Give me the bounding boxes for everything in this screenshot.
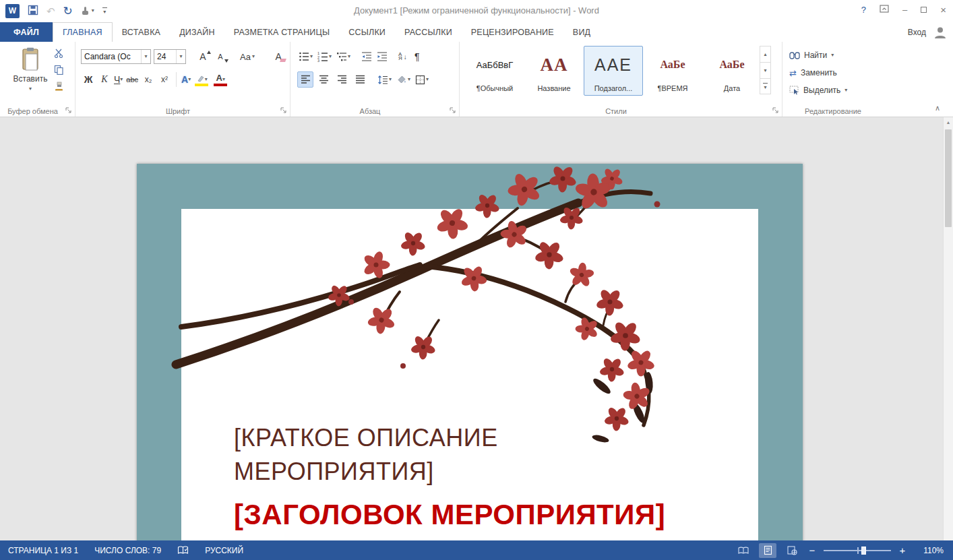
tab-rassylki[interactable]: РАССЫЛКИ — [395, 22, 462, 42]
justify-button[interactable] — [352, 71, 368, 88]
strikethrough-button[interactable]: abc — [125, 71, 140, 88]
qat-customize-caret-icon: ▾ — [103, 9, 106, 15]
event-title-placeholder[interactable]: [ЗАГОЛОВОК МЕРОПРИЯТИЯ] — [234, 499, 564, 531]
underline-button[interactable]: Ч ▾ — [113, 71, 123, 88]
redo-button[interactable]: ↻ — [63, 5, 73, 17]
cut-button[interactable] — [54, 49, 64, 60]
touch-mode-caret-icon: ▾ — [92, 8, 94, 13]
help-button[interactable]: ? — [861, 5, 866, 15]
word-logo-icon[interactable]: W — [5, 4, 20, 18]
copy-button[interactable] — [54, 65, 64, 77]
styles-dialog-launcher[interactable] — [772, 106, 780, 115]
avatar-icon[interactable] — [933, 25, 948, 40]
styles-scroll-up-button[interactable]: ▴ — [760, 46, 771, 62]
zoom-slider-thumb[interactable] — [861, 547, 866, 555]
tab-recenzirovanie[interactable]: РЕЦЕНЗИРОВАНИЕ — [462, 22, 563, 42]
maximize-button[interactable] — [921, 5, 927, 15]
font-name-combobox[interactable]: Candara (Ос ▾ — [81, 49, 151, 64]
style-time[interactable]: АаБе ¶ВРЕМЯ — [643, 46, 702, 96]
grow-font-button[interactable]: А — [195, 49, 210, 65]
document-text-block[interactable]: [КРАТКОЕ ОПИСАНИЕ МЕРОПРИЯТИЯ] [ЗАГОЛОВО… — [234, 421, 564, 540]
scroll-up-arrow-icon[interactable]: ▲ — [944, 117, 953, 127]
font-size-caret-icon[interactable]: ▾ — [176, 50, 185, 63]
sign-in-link[interactable]: Вход — [908, 28, 926, 37]
web-layout-button[interactable] — [783, 543, 801, 558]
superscript-button[interactable]: x² — [157, 71, 172, 88]
print-layout-button[interactable] — [759, 543, 776, 558]
scrollbar-thumb[interactable] — [945, 129, 952, 227]
clipboard-dialog-launcher[interactable] — [65, 106, 73, 115]
show-marks-button[interactable]: ¶ — [410, 49, 424, 65]
font-color-bar — [214, 84, 227, 86]
tab-razmetka[interactable]: РАЗМЕТКА СТРАНИЦЫ — [224, 22, 340, 42]
style-normal[interactable]: АаБбВвГ ¶Обычный — [465, 46, 524, 96]
multilevel-list-button[interactable]: ▾ — [335, 49, 352, 65]
subscript-button[interactable]: x₂ — [141, 71, 156, 88]
tab-glavnaya[interactable]: ГЛАВНАЯ — [53, 22, 113, 42]
qat-customize-button[interactable]: ▾ — [102, 7, 107, 15]
font-name-caret-icon[interactable]: ▾ — [141, 50, 150, 63]
style-date[interactable]: АаБе Дата — [702, 46, 762, 96]
read-mode-button[interactable] — [735, 543, 752, 558]
tab-vid[interactable]: ВИД — [563, 22, 600, 42]
change-case-button[interactable]: Аа ▾ — [239, 49, 256, 65]
zoom-in-button[interactable]: + — [898, 545, 907, 556]
document-area[interactable]: [КРАТКОЕ ОПИСАНИЕ МЕРОПРИЯТИЯ] [ЗАГОЛОВО… — [0, 117, 953, 540]
event-description-placeholder[interactable]: [КРАТКОЕ ОПИСАНИЕ МЕРОПРИЯТИЯ] — [234, 421, 564, 489]
find-button[interactable]: Найти ▾ — [789, 47, 834, 63]
touch-mode-button[interactable]: ▾ — [81, 6, 94, 15]
close-button[interactable]: × — [940, 4, 946, 15]
zoom-out-button[interactable]: − — [807, 545, 817, 556]
styles-scroll-down-button[interactable]: ▾ — [760, 62, 771, 78]
font-size-combobox[interactable]: 24 ▾ — [154, 49, 186, 64]
tab-ssylki[interactable]: ССЫЛКИ — [339, 22, 395, 42]
bold-button[interactable]: Ж — [81, 71, 96, 88]
shading-button[interactable]: ▾ — [395, 71, 412, 88]
shading-caret-icon: ▾ — [408, 77, 410, 82]
align-center-button[interactable] — [315, 71, 332, 88]
minimize-button[interactable]: – — [902, 5, 907, 15]
clear-formatting-button[interactable]: А — [271, 49, 286, 65]
styles-more-button[interactable]: ▾ — [760, 78, 771, 94]
tab-dizayn[interactable]: ДИЗАЙН — [170, 22, 224, 42]
align-right-button[interactable] — [334, 71, 350, 88]
vertical-scrollbar[interactable]: ▲ — [943, 117, 953, 540]
decrease-indent-button[interactable] — [360, 49, 373, 65]
collapse-ribbon-button[interactable]: ∧ — [930, 102, 945, 114]
read-mode-icon — [738, 547, 749, 555]
tab-vstavka[interactable]: ВСТАВКА — [113, 22, 170, 42]
increase-indent-button[interactable] — [375, 49, 389, 65]
undo-button[interactable]: ↶ — [47, 6, 55, 16]
paste-button[interactable]: Вставить ▾ — [11, 47, 50, 106]
tab-file[interactable]: ФАЙЛ — [0, 22, 53, 42]
text-effects-button[interactable]: А ▾ — [181, 71, 191, 88]
proofing-icon[interactable] — [177, 546, 189, 555]
format-painter-button[interactable] — [54, 82, 64, 94]
zoom-level[interactable]: 110% — [914, 546, 944, 555]
replace-button[interactable]: ⇄ Заменить — [789, 65, 837, 81]
shrink-font-button[interactable]: А — [213, 49, 228, 65]
bullets-button[interactable]: ▾ — [297, 49, 314, 65]
borders-button[interactable]: ▾ — [414, 71, 430, 88]
word-count[interactable]: ЧИСЛО СЛОВ: 79 — [94, 546, 161, 555]
style-title[interactable]: АА Название — [524, 46, 584, 96]
highlight-color-button[interactable]: ▾ — [193, 71, 210, 88]
zoom-slider[interactable] — [824, 546, 891, 555]
font-dialog-launcher[interactable] — [280, 106, 288, 115]
ribbon-display-options-button[interactable] — [880, 5, 889, 15]
font-group-separator — [176, 72, 177, 87]
paste-caret-icon: ▾ — [29, 86, 32, 92]
sort-button[interactable]: А Я ↓ — [397, 49, 408, 65]
paragraph-dialog-launcher[interactable] — [449, 106, 457, 115]
numbering-button[interactable]: 123 ▾ — [316, 49, 333, 65]
select-button[interactable]: Выделить ▾ — [789, 82, 847, 98]
document-page[interactable]: [КРАТКОЕ ОПИСАНИЕ МЕРОПРИЯТИЯ] [ЗАГОЛОВО… — [137, 164, 803, 540]
language-indicator[interactable]: РУССКИЙ — [205, 546, 243, 555]
font-color-button[interactable]: А ▾ — [212, 71, 229, 88]
italic-button[interactable]: К — [97, 71, 112, 88]
line-spacing-button[interactable]: ▾ — [376, 71, 393, 88]
style-subtitle[interactable]: ААЕ Подзагол... — [584, 46, 643, 96]
page-indicator[interactable]: СТРАНИЦА 1 ИЗ 1 — [8, 546, 78, 555]
align-left-button[interactable] — [297, 71, 313, 88]
save-button[interactable] — [28, 5, 38, 18]
